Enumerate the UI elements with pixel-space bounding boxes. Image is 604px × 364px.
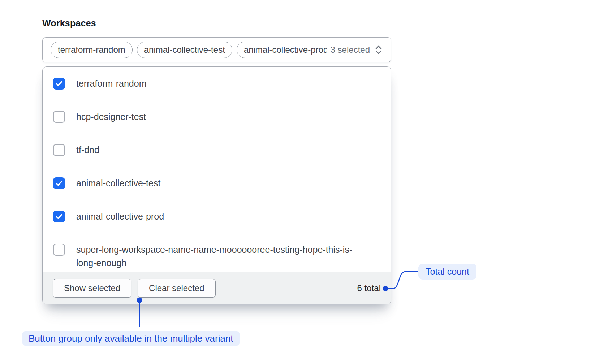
workspace-option-row[interactable]: animal-collective-prod: [53, 210, 381, 223]
selected-tag: terraform-random: [51, 42, 133, 58]
workspace-option-row[interactable]: terraform-random: [53, 77, 381, 90]
show-selected-button[interactable]: Show selected: [53, 279, 131, 298]
workspace-option-label: tf-dnd: [76, 143, 99, 157]
options-list: terraform-random hcp-designer-test tf-dn…: [43, 67, 391, 272]
workspace-option-row[interactable]: animal-collective-test: [53, 177, 381, 190]
chevron-up-down-icon: [374, 44, 384, 55]
multiselect-demo-canvas: Workspaces terraform-random animal-colle…: [0, 0, 604, 364]
workspace-option-label: animal-collective-prod: [76, 210, 164, 223]
total-count-annotation: Total count: [418, 264, 476, 280]
selected-tags-group: terraform-random animal-collective-test …: [51, 41, 327, 58]
annotation-line-total: [388, 272, 418, 289]
workspace-option-label: animal-collective-test: [76, 177, 160, 190]
checkbox-icon[interactable]: [53, 244, 65, 256]
button-group-annotation: Button group only available in the multi…: [22, 331, 240, 346]
selected-tag: animal-collective-test: [137, 42, 232, 58]
workspace-option-label: super-long-workspace-name-name-moooooore…: [76, 243, 365, 270]
total-count-text: 6 total: [357, 283, 381, 293]
workspace-option-label: terraform-random: [76, 77, 147, 90]
workspace-option-row[interactable]: tf-dnd: [53, 143, 381, 157]
dropdown-panel: terraform-random hcp-designer-test tf-dn…: [42, 66, 391, 304]
workspace-option-row[interactable]: hcp-designer-test: [53, 110, 381, 124]
checkbox-icon[interactable]: [53, 144, 65, 156]
workspaces-field-label: Workspaces: [42, 18, 96, 29]
multiselect-trigger[interactable]: terraform-random animal-collective-test …: [42, 37, 391, 62]
clear-selected-button[interactable]: Clear selected: [138, 279, 215, 298]
checkbox-icon[interactable]: [53, 78, 65, 90]
checkbox-icon[interactable]: [53, 177, 65, 189]
selected-count-text: 3 selected: [331, 45, 370, 55]
workspace-option-row[interactable]: super-long-workspace-name-name-moooooore…: [53, 243, 381, 270]
workspace-option-label: hcp-designer-test: [76, 110, 146, 124]
checkbox-icon[interactable]: [53, 111, 65, 123]
checkbox-icon[interactable]: [53, 211, 65, 222]
dropdown-footer: Show selected Clear selected 6 total: [43, 272, 391, 304]
selected-tag-truncated: animal-collective-prod: [237, 42, 327, 58]
